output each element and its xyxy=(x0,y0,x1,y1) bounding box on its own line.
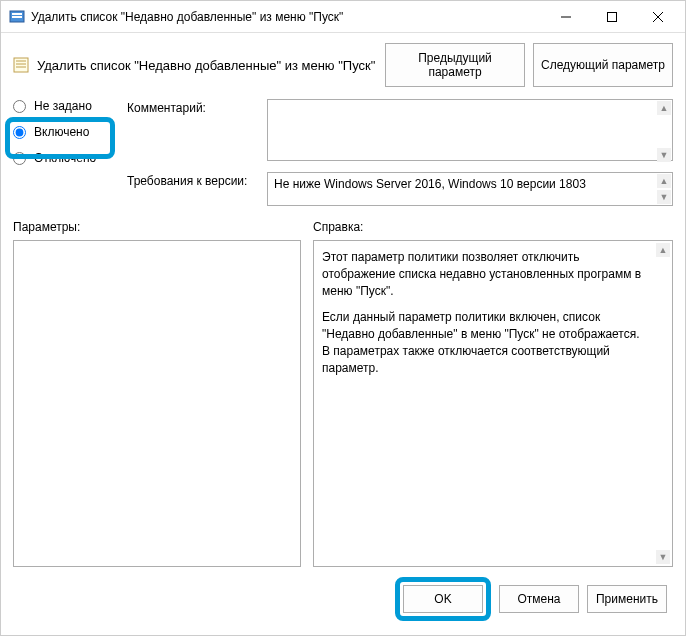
next-setting-button[interactable]: Следующий параметр xyxy=(533,43,673,87)
params-panel xyxy=(13,240,301,567)
window-title: Удалить список "Недавно добавленные" из … xyxy=(31,10,543,24)
maximize-button[interactable] xyxy=(589,2,635,32)
app-icon xyxy=(9,9,25,25)
svg-rect-1 xyxy=(12,13,22,15)
radio-enabled[interactable]: Включено xyxy=(13,125,123,139)
policy-icon xyxy=(13,57,29,73)
help-label: Справка: xyxy=(313,220,673,234)
help-text-p1: Этот параметр политики позволяет отключи… xyxy=(322,249,650,299)
version-textbox: Не ниже Windows Server 2016, Windows 10 … xyxy=(267,172,673,206)
svg-rect-2 xyxy=(12,16,22,18)
radio-disabled-label: Отключено xyxy=(34,151,96,165)
policy-title: Удалить список "Недавно добавленные" из … xyxy=(37,58,377,73)
version-scroll-up[interactable]: ▲ xyxy=(657,174,671,188)
radio-enabled-input[interactable] xyxy=(13,126,26,139)
svg-rect-7 xyxy=(14,58,28,72)
version-value: Не ниже Windows Server 2016, Windows 10 … xyxy=(274,177,586,191)
help-panel: ▲ ▼ Этот параметр политики позволяет отк… xyxy=(313,240,673,567)
svg-rect-4 xyxy=(608,12,617,21)
params-label: Параметры: xyxy=(13,220,301,234)
ok-button[interactable]: OK xyxy=(403,585,483,613)
radio-not-configured-input[interactable] xyxy=(13,100,26,113)
apply-button[interactable]: Применить xyxy=(587,585,667,613)
policy-editor-window: Удалить список "Недавно добавленные" из … xyxy=(0,0,686,636)
content-area: Удалить список "Недавно добавленные" из … xyxy=(1,33,685,635)
state-radio-group: Не задано Включено Отключено xyxy=(13,99,123,165)
radio-disabled[interactable]: Отключено xyxy=(13,151,123,165)
help-scroll-up[interactable]: ▲ xyxy=(656,243,670,257)
footer: OK Отмена Применить xyxy=(13,567,673,629)
radio-not-configured-label: Не задано xyxy=(34,99,92,113)
comment-label: Комментарий: xyxy=(127,99,257,115)
ok-highlight: OK xyxy=(395,577,491,621)
comment-textarea[interactable] xyxy=(267,99,673,161)
close-button[interactable] xyxy=(635,2,681,32)
comment-scroll-up[interactable]: ▲ xyxy=(657,101,671,115)
version-label: Требования к версии: xyxy=(127,172,257,188)
radio-not-configured[interactable]: Не задано xyxy=(13,99,123,113)
radio-disabled-input[interactable] xyxy=(13,152,26,165)
titlebar: Удалить список "Недавно добавленные" из … xyxy=(1,1,685,33)
comment-scroll-down[interactable]: ▼ xyxy=(657,148,671,162)
header-row: Удалить список "Недавно добавленные" из … xyxy=(13,43,673,87)
minimize-button[interactable] xyxy=(543,2,589,32)
cancel-button[interactable]: Отмена xyxy=(499,585,579,613)
help-text-p2: Если данный параметр политики включен, с… xyxy=(322,309,650,376)
radio-enabled-label: Включено xyxy=(34,125,89,139)
previous-setting-button[interactable]: Предыдущий параметр xyxy=(385,43,525,87)
version-scroll-down[interactable]: ▼ xyxy=(657,190,671,204)
help-scroll-down[interactable]: ▼ xyxy=(656,550,670,564)
